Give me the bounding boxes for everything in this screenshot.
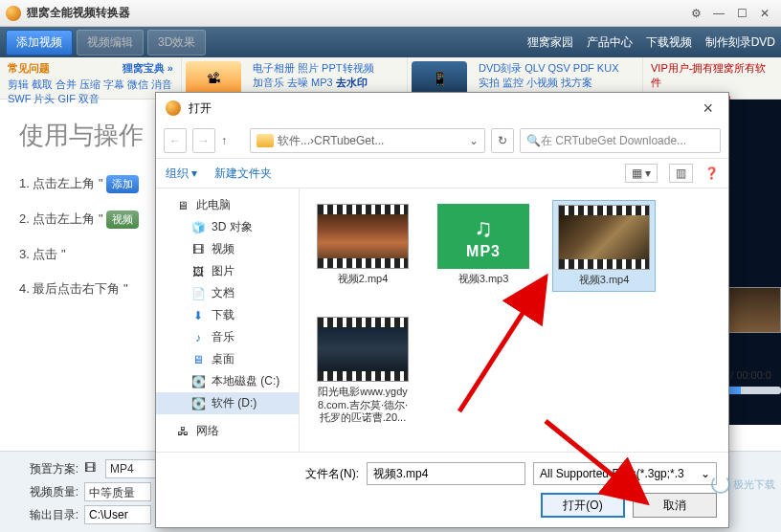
link-burn-dvd[interactable]: 制作刻录DVD	[705, 34, 775, 51]
music-icon: ♪	[190, 330, 206, 345]
faq-hdr[interactable]: 常见问题	[8, 62, 50, 74]
cube-icon: 🧊	[190, 220, 206, 235]
quality-label: 视频质量:	[11, 484, 78, 500]
file-list[interactable]: 视频2.mp4 ♫ MP3 视频3.mp3 视频3.mp4 阳光电影www.yg…	[300, 188, 728, 452]
close-button[interactable]: ✕	[754, 5, 775, 22]
sidebar-music[interactable]: ♪音乐	[156, 326, 299, 348]
link-download[interactable]: 下载视频	[646, 34, 692, 51]
folder-icon	[257, 134, 274, 147]
open-button[interactable]: 打开(O)	[541, 493, 625, 518]
crumb-1[interactable]: 软件...	[278, 133, 310, 149]
organize-button[interactable]: 组织 ▾	[166, 166, 197, 182]
nav-back-button[interactable]: ←	[164, 128, 187, 153]
nav-forward-button[interactable]: →	[192, 128, 215, 153]
dialog-titlebar: 打开 ×	[156, 93, 728, 123]
col2-line1[interactable]: 电子相册 照片 PPT转视频	[253, 61, 399, 76]
watermark-icon	[711, 475, 730, 494]
effect-3d-button[interactable]: 3D效果	[147, 30, 206, 55]
timecode: / 00:00:0	[730, 369, 771, 381]
sidebar-videos[interactable]: 🎞视频	[156, 238, 299, 260]
crumb-2[interactable]: CRTubeGet...	[314, 134, 384, 147]
video-thumbnail	[558, 205, 650, 270]
pc-icon: 🖥	[175, 198, 190, 213]
search-input[interactable]: 🔍 在 CRTubeGet Downloade...	[520, 128, 721, 153]
dialog-title: 打开	[189, 100, 212, 117]
sidebar-desktop[interactable]: 🖥桌面	[156, 348, 299, 370]
network-icon: 🖧	[175, 424, 190, 439]
dialog-nav: ← → ↑ 软件... › CRTubeGet... ⌄ ↻ 🔍 在 CRTub…	[156, 123, 728, 158]
file-item-video3-mp4[interactable]: 视频3.mp4	[552, 200, 656, 292]
file-open-dialog: 打开 × ← → ↑ 软件... › CRTubeGet... ⌄ ↻ 🔍 在 …	[155, 92, 729, 528]
dialog-close-button[interactable]: ×	[697, 99, 719, 119]
preview-pane-button[interactable]: ▥	[669, 164, 693, 183]
sidebar-pictures[interactable]: 🖼图片	[156, 260, 299, 282]
filename-input[interactable]	[367, 462, 525, 485]
mp4-icon: 🎞	[84, 461, 100, 477]
app-title: 狸窝全能视频转换器	[27, 5, 130, 21]
quality-combo[interactable]: 中等质量	[84, 482, 151, 501]
sidebar-network[interactable]: 🖧网络	[156, 420, 299, 442]
file-filter-combo[interactable]: All Supported Files(*.3gp;*.3⌄	[533, 462, 717, 485]
preset-label: 预置方案:	[11, 461, 78, 477]
dialog-sidebar: 🖥此电脑 🧊3D 对象 🎞视频 🖼图片 📄文档 ⬇下载 ♪音乐 🖥桌面 💽本地磁…	[156, 188, 300, 452]
output-path-input[interactable]	[84, 505, 151, 524]
top-links: 狸窝家园 产品中心 下载视频 制作刻录DVD	[527, 34, 775, 51]
col2-l2a[interactable]: 加音乐 去噪 MP3	[253, 77, 336, 88]
help-button[interactable]: ❓	[704, 166, 719, 180]
disk-icon: 💽	[190, 396, 206, 411]
refresh-button[interactable]: ↻	[491, 128, 514, 153]
disk-icon: 💽	[190, 374, 206, 389]
mp3-thumbnail: ♫ MP3	[437, 204, 529, 269]
progress-bar[interactable]	[724, 387, 781, 394]
remove-watermark-link[interactable]: 去水印	[336, 77, 368, 88]
nav-up-button[interactable]: ↑	[221, 134, 244, 147]
app-toolbar: 添加视频 视频编辑 3D效果 狸窝家园 产品中心 下载视频 制作刻录DVD	[0, 27, 781, 57]
document-icon: 📄	[190, 286, 206, 301]
video-thumbnail	[317, 317, 409, 382]
video-icon: 🎞	[190, 242, 206, 257]
treasure-link[interactable]: 狸窝宝典 »	[123, 61, 173, 76]
preset-combo[interactable]: MP4	[105, 459, 163, 478]
step1-chip: 添加	[106, 175, 139, 193]
maximize-button[interactable]: ☐	[731, 5, 752, 22]
faq-links[interactable]: 剪辑 截取 合并 压缩 字幕 微信 消音 SWF 片头 GIF 双音	[8, 78, 173, 106]
view-mode-button[interactable]: ▦ ▾	[625, 164, 658, 183]
file-item-mp3[interactable]: ♫ MP3 视频3.mp3	[432, 200, 535, 292]
dialog-footer: 文件名(N): All Supported Files(*.3gp;*.3⌄ 打…	[156, 452, 728, 527]
new-folder-button[interactable]: 新建文件夹	[214, 166, 272, 182]
sidebar-3d-objects[interactable]: 🧊3D 对象	[156, 216, 299, 238]
link-home[interactable]: 狸窝家园	[527, 34, 573, 51]
filename-label: 文件名(N):	[167, 466, 359, 482]
video-edit-button[interactable]: 视频编辑	[77, 30, 144, 55]
col3-line1[interactable]: DVD刻录 QLV QSV PDF KUX	[479, 61, 635, 76]
promo-phone-icon[interactable]: 📱	[412, 61, 467, 96]
sidebar-this-pc[interactable]: 🖥此电脑	[156, 194, 299, 216]
dialog-toolbar: 组织 ▾ 新建文件夹 ▦ ▾ ▥ ❓	[156, 158, 728, 188]
add-video-button[interactable]: 添加视频	[6, 30, 73, 55]
sidebar-downloads[interactable]: ⬇下载	[156, 304, 299, 326]
file-item-movie[interactable]: 阳光电影www.ygdy8.com.吉尔莫·德尔·托罗的匹诺曹.20...	[311, 313, 414, 429]
promo-ppt-icon[interactable]: 📽	[186, 61, 241, 96]
col3-line2[interactable]: 实拍 监控 小视频 找方案	[479, 76, 635, 90]
output-label: 输出目录:	[11, 507, 78, 523]
preview-thumbnail[interactable]	[724, 287, 781, 333]
dialog-app-icon	[166, 100, 181, 116]
cancel-button[interactable]: 取消	[633, 493, 717, 518]
video-thumbnail	[317, 204, 409, 269]
vip-text: VIP用户-拥有狸窝所有软件	[651, 61, 773, 90]
app-titlebar: 狸窝全能视频转换器 ⚙ — ☐ ✕	[0, 0, 781, 27]
download-icon: ⬇	[190, 308, 206, 323]
sidebar-disk-c[interactable]: 💽本地磁盘 (C:)	[156, 370, 299, 392]
picture-icon: 🖼	[190, 264, 206, 279]
link-product[interactable]: 产品中心	[587, 34, 633, 51]
search-icon: 🔍	[526, 134, 541, 147]
chevron-down-icon: ⌄	[701, 467, 710, 480]
settings-icon[interactable]: ⚙	[685, 5, 706, 22]
file-item-video2[interactable]: 视频2.mp4	[311, 200, 414, 292]
sidebar-documents[interactable]: 📄文档	[156, 282, 299, 304]
app-icon	[6, 6, 21, 21]
watermark: 极光下载	[711, 475, 775, 494]
breadcrumb[interactable]: 软件... › CRTubeGet... ⌄	[250, 128, 485, 153]
minimize-button[interactable]: —	[708, 5, 729, 22]
sidebar-disk-d[interactable]: 💽软件 (D:)	[156, 392, 299, 414]
